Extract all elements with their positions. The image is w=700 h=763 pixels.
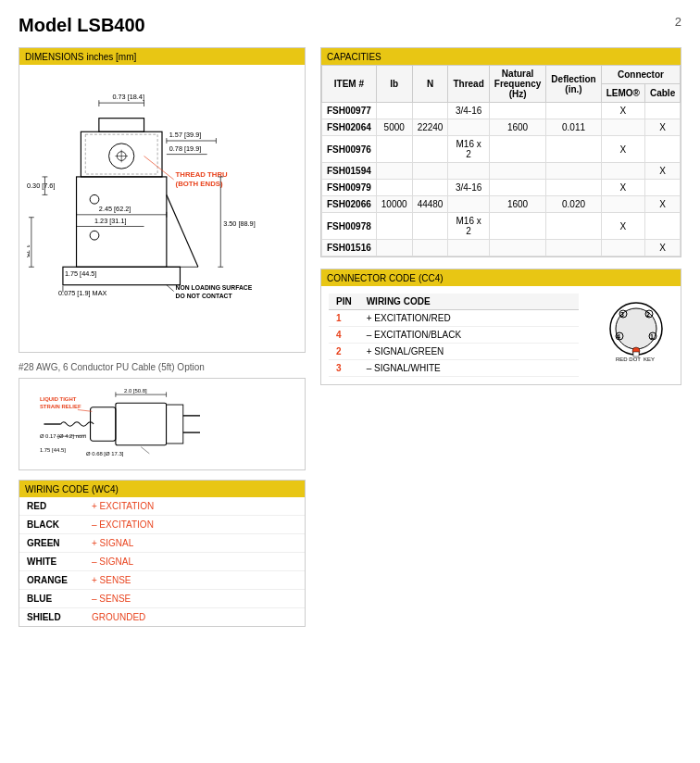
- col-connector: Connector: [601, 66, 681, 84]
- svg-text:0.075 [1.9] MAX: 0.075 [1.9] MAX: [58, 289, 106, 297]
- cable-cell: X: [644, 163, 680, 180]
- item-cell: FSH00977: [322, 103, 377, 119]
- wire-color-cell: WHITE: [19, 553, 84, 571]
- table-row: FSH01594 X: [322, 163, 681, 180]
- cable-cell: X: [644, 196, 680, 213]
- capacities-header: CAPACITIES: [321, 48, 681, 65]
- n-cell: [412, 240, 448, 256]
- svg-text:LIQUID TIGHT: LIQUID TIGHT: [40, 396, 77, 402]
- thread-cell: [448, 240, 489, 256]
- wire-color-cell: BLUE: [19, 590, 84, 608]
- connector-row: 1 + EXCITATION/RED: [329, 310, 579, 327]
- col-lb: lb: [376, 66, 412, 103]
- lemo-cell: [601, 163, 644, 180]
- lb-cell: [376, 213, 412, 240]
- cable-cell: X: [644, 240, 680, 256]
- lb-cell: [376, 240, 412, 256]
- lemo-cell: [601, 240, 644, 256]
- svg-text:Ø 0.68 [Ø 17.3]: Ø 0.68 [Ø 17.3]: [86, 451, 124, 457]
- lemo-cell: X: [601, 103, 644, 119]
- wire-code-cell: GROUNDED: [84, 608, 305, 627]
- svg-line-67: [141, 447, 149, 454]
- svg-text:0.78 [19.9]: 0.78 [19.9]: [169, 144, 202, 153]
- deflection-cell: 0.011: [546, 119, 601, 136]
- svg-text:2.0 [50.8]: 2.0 [50.8]: [124, 388, 147, 394]
- cable-cell: X: [644, 119, 680, 136]
- pin-cell: 3: [329, 360, 359, 377]
- wiring-row: GREEN + SIGNAL: [19, 534, 305, 553]
- svg-text:NON LOADING SURFACE: NON LOADING SURFACE: [176, 284, 253, 291]
- item-cell: FSH00978: [322, 213, 377, 240]
- dimensions-drawing: 0.73 [18.4] 1.57 [39.9] 0.78 [19.9] 0.30…: [19, 65, 305, 352]
- svg-text:RED DOT: RED DOT: [616, 356, 641, 362]
- wire-color-cell: RED: [19, 497, 84, 516]
- wiring-cell: – SIGNAL/WHITE: [359, 360, 580, 377]
- natfreq-cell: [489, 163, 546, 180]
- svg-line-29: [144, 156, 174, 180]
- col-cable: Cable: [644, 84, 680, 103]
- wiring-table: RED + EXCITATION BLACK – EXCITATION GREE…: [19, 497, 305, 626]
- natfreq-cell: 1600: [489, 119, 546, 136]
- natfreq-cell: [489, 213, 546, 240]
- svg-rect-6: [99, 119, 144, 132]
- lemo-cell: X: [601, 136, 644, 163]
- wire-code-cell: + SENSE: [84, 571, 305, 590]
- cable-cell: [644, 103, 680, 119]
- wiring-row: SHIELD GROUNDED: [19, 608, 305, 627]
- svg-text:DO NOT CONTACT: DO NOT CONTACT: [176, 293, 233, 299]
- wiring-code-header: WIRING CODE (WC4): [19, 481, 305, 497]
- cable-cell: [644, 136, 680, 163]
- svg-line-49: [167, 285, 174, 292]
- deflection-cell: [546, 240, 601, 256]
- cable-cell: [644, 180, 680, 196]
- table-row: FSH02064 5000 22240 1600 0.011 X: [322, 119, 681, 136]
- connector-layout: PIN WIRING CODE 1 + EXCITATION/RED 4 – E…: [321, 286, 681, 384]
- natfreq-cell: [489, 180, 546, 196]
- svg-text:(BOTH ENDS): (BOTH ENDS): [176, 180, 223, 188]
- cable-svg: LIQUID TIGHT STRAIN RELIEF 2.0 [50.8] Ø …: [27, 386, 297, 462]
- col-deflection: Deflection(in.): [546, 66, 601, 103]
- natfreq-cell: [489, 240, 546, 256]
- svg-text:STRAIN RELIEF: STRAIN RELIEF: [40, 404, 81, 409]
- svg-rect-53: [167, 405, 183, 444]
- thread-cell: M16 x 2: [448, 136, 489, 163]
- wire-color-cell: ORANGE: [19, 571, 84, 590]
- svg-text:1.23 [31.1]: 1.23 [31.1]: [94, 217, 127, 225]
- table-row: FSH01516 X: [322, 240, 681, 256]
- lb-cell: [376, 163, 412, 180]
- wiring-cell: + SIGNAL/GREEN: [359, 344, 580, 360]
- wire-code-cell: – EXCITATION: [84, 516, 305, 534]
- wiring-row: BLUE – SENSE: [19, 590, 305, 608]
- page-number: 2: [675, 15, 681, 29]
- col-natfreq: NaturalFrequency(Hz): [489, 66, 546, 103]
- connector-col-wiring: WIRING CODE: [359, 294, 580, 310]
- col-thread: Thread: [448, 66, 489, 103]
- table-row: FSH00977 3/4-16 X: [322, 103, 681, 119]
- wire-color-cell: SHIELD: [19, 608, 84, 627]
- item-cell: FSH02064: [322, 119, 377, 136]
- capacities-table: ITEM # lb N Thread NaturalFrequency(Hz) …: [321, 65, 681, 256]
- svg-text:1.75 [44.5]: 1.75 [44.5]: [40, 447, 66, 453]
- pin-cell: 4: [329, 327, 359, 344]
- dimensions-header: DIMENSIONS inches [mm]: [19, 48, 305, 65]
- deflection-cell: [546, 163, 601, 180]
- svg-text:3.50 [88.9]: 3.50 [88.9]: [223, 219, 256, 228]
- wire-code-cell: + SIGNAL: [84, 534, 305, 553]
- svg-text:1.75: 1.75: [27, 244, 31, 257]
- connector-code-header: CONNECTOR CODE (CC4): [321, 269, 681, 286]
- svg-rect-50: [91, 407, 116, 441]
- wire-color-cell: GREEN: [19, 534, 84, 553]
- wiring-row: BLACK – EXCITATION: [19, 516, 305, 534]
- table-row: FSH00976 M16 x 2 X: [322, 136, 681, 163]
- svg-line-11: [167, 194, 198, 267]
- n-cell: 44480: [412, 196, 448, 213]
- svg-text:THREAD THRU: THREAD THRU: [176, 170, 228, 179]
- item-cell: FSH02066: [322, 196, 377, 213]
- svg-text:1: 1: [650, 333, 654, 340]
- connector-row: 3 – SIGNAL/WHITE: [329, 360, 579, 377]
- wire-code-cell: – SIGNAL: [84, 553, 305, 571]
- item-cell: FSH01594: [322, 163, 377, 180]
- n-cell: [412, 163, 448, 180]
- wiring-row: WHITE – SIGNAL: [19, 553, 305, 571]
- svg-text:1.57 [39.9]: 1.57 [39.9]: [169, 131, 202, 139]
